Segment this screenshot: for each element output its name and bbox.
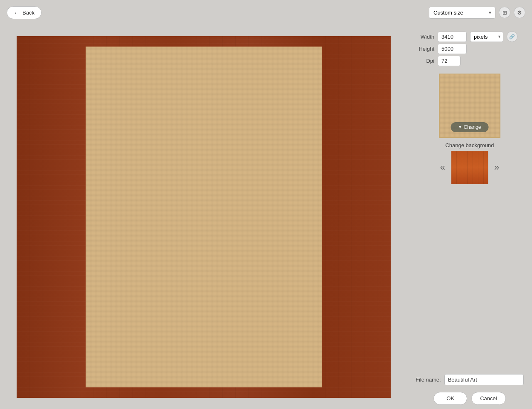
- ok-button[interactable]: OK: [433, 392, 467, 405]
- background-thumbnail[interactable]: [451, 151, 488, 184]
- canvas-mat: [86, 47, 322, 387]
- back-button[interactable]: ← Back: [7, 6, 42, 19]
- width-label: Width: [416, 34, 434, 40]
- settings-icon-btn[interactable]: ⚙: [514, 7, 525, 18]
- dimension-fields: Width pixels inches cm 🔗 Height Dpi: [416, 29, 524, 68]
- wood-frame: [17, 36, 391, 398]
- canvas-area: [0, 25, 407, 409]
- width-row: Width pixels inches cm 🔗: [416, 31, 524, 42]
- top-bar: ← Back Custom size 4x6 5x7 8x10 11x14 ⊞ …: [0, 0, 532, 25]
- size-dropdown-wrapper: Custom size 4x6 5x7 8x10 11x14: [429, 7, 495, 19]
- dpi-row: Dpi: [416, 56, 524, 66]
- background-nav: « »: [438, 151, 501, 184]
- file-label: File name:: [416, 377, 441, 383]
- prev-background-button[interactable]: «: [438, 162, 447, 173]
- width-input[interactable]: [438, 32, 467, 42]
- background-section: Change background « »: [416, 142, 524, 184]
- background-label: Change background: [445, 142, 494, 148]
- size-dropdown[interactable]: Custom size 4x6 5x7 8x10 11x14: [429, 7, 495, 19]
- back-label: Back: [22, 10, 34, 16]
- texture-preview-container: Change: [416, 74, 524, 138]
- action-row: OK Cancel: [416, 392, 524, 405]
- next-background-button[interactable]: »: [493, 162, 501, 173]
- cancel-button[interactable]: Cancel: [471, 392, 505, 405]
- bottom-section: File name: OK Cancel: [416, 370, 524, 405]
- dpi-input[interactable]: [438, 56, 461, 66]
- height-row: Height: [416, 44, 524, 54]
- texture-preview[interactable]: Change: [439, 74, 500, 138]
- right-panel: Width pixels inches cm 🔗 Height Dpi: [407, 25, 532, 409]
- change-texture-label: Change: [463, 124, 481, 130]
- dpi-label: Dpi: [416, 58, 434, 64]
- main-content: Width pixels inches cm 🔗 Height Dpi: [0, 25, 532, 409]
- unit-wrapper: pixels inches cm: [470, 32, 503, 42]
- grid-icon-btn[interactable]: ⊞: [499, 7, 510, 18]
- height-label: Height: [416, 46, 434, 52]
- file-row: File name:: [416, 374, 524, 385]
- file-input[interactable]: [444, 374, 524, 385]
- change-texture-button[interactable]: Change: [451, 122, 489, 132]
- lock-icon-btn[interactable]: 🔗: [507, 31, 517, 42]
- top-right-controls: Custom size 4x6 5x7 8x10 11x14 ⊞ ⚙: [429, 7, 525, 19]
- height-input[interactable]: [438, 44, 467, 54]
- back-arrow-icon: ←: [14, 9, 20, 16]
- unit-dropdown[interactable]: pixels inches cm: [470, 32, 503, 42]
